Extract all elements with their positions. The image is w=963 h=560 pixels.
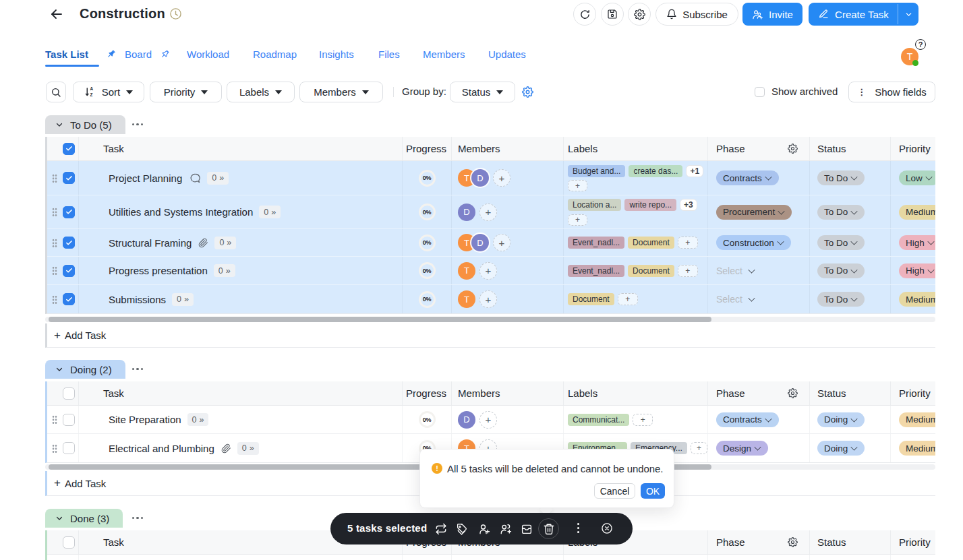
svg-text:Z: Z: [90, 92, 92, 97]
svg-text:A: A: [90, 86, 93, 91]
